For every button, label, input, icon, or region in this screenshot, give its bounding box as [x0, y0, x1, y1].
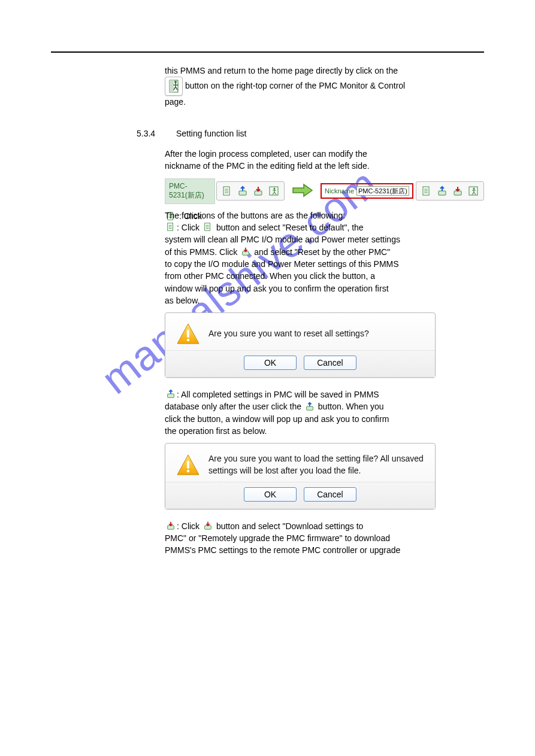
save-line2: database only after the user click the b… [165, 400, 484, 412]
intro-line-1: this PMMS and return to the home page di… [165, 65, 484, 77]
header-rule: ICP DAS PMC User Manual PMC-523x/PMC-224… [51, 35, 484, 53]
dl-line2: PMC" or "Remotely upgrade the PMC firmwa… [165, 532, 484, 544]
dl-text1b: button and select "Download settings to [216, 521, 363, 531]
page-number: 268 [472, 731, 484, 739]
save-line4: the operation first as below. [165, 425, 484, 437]
upload-icon[interactable] [435, 184, 449, 198]
exit-icon[interactable] [267, 184, 281, 198]
dl-line3: PMMS's PMC settings to the remote PMC co… [165, 544, 484, 556]
header-right: PMC-523x/PMC-224x [409, 40, 484, 48]
reset-text1: button and select "Reset to default", th… [214, 223, 364, 232]
warning-icon [176, 454, 200, 476]
reset-line3: of this PMMS. Click and select "Reset by… [165, 246, 484, 258]
svg-rect-35 [307, 406, 313, 410]
p1b: nickname of the PMC in the editing field… [165, 160, 484, 172]
warning-icon [176, 323, 200, 345]
upload-icon [304, 402, 315, 411]
intro-line-2-text: button on the right-top corner of the PM… [185, 81, 405, 90]
doc-icon[interactable] [220, 184, 234, 198]
svg-rect-34 [168, 394, 174, 397]
download-red-icon[interactable] [451, 184, 465, 198]
svg-rect-1 [170, 80, 174, 92]
upload-icon[interactable] [235, 184, 250, 198]
save-line1: : All completed settings in PMC will be … [165, 388, 484, 400]
svg-point-37 [187, 470, 189, 472]
download-red-icon [240, 247, 251, 256]
reset-line2: system will clean all PMC I/O module and… [165, 233, 484, 245]
confirm-load-dialog: Are you sure you want to load the settin… [165, 443, 436, 509]
dialog-buttons: OK Cancel [165, 350, 435, 377]
save-text2a: database only after the user click the [165, 402, 304, 411]
ok-button[interactable]: OK [244, 356, 297, 370]
nickname-input[interactable] [356, 186, 409, 196]
reset-text3a: of this PMMS. Click [165, 247, 240, 257]
arrow-right-icon [292, 183, 313, 199]
save-text1: : All completed settings in PMC will be … [177, 390, 379, 399]
dl-line1: : Click button and select "Download sett… [165, 520, 484, 532]
p1a: After the login process completed, user … [165, 148, 484, 160]
reset-line4: to copy the I/O module and Power Meter s… [165, 258, 484, 270]
device-label-before: PMC-5231(新店) [165, 178, 215, 204]
doc-icon [165, 222, 176, 232]
ok-button[interactable]: OK [244, 487, 297, 502]
svg-rect-7 [239, 191, 246, 195]
dl-text1a: : Click [177, 521, 202, 531]
reset-text3b: and select "Reset by the other PMC" [254, 247, 390, 257]
exit-icon[interactable] [466, 184, 480, 198]
dialog-message: Are you sure you want to reset all setti… [208, 328, 369, 340]
nickname-label: Nickname [325, 187, 354, 195]
save-line3: click the button, a window will pop up a… [165, 413, 484, 425]
section-heading: 5.3.4 Setting function list [137, 127, 484, 139]
device-label-after: Nickname [321, 183, 413, 199]
dialog-message: Are you sure you want to load the settin… [208, 453, 424, 476]
reset-line6: window will pop up and ask you to confir… [165, 283, 484, 294]
reset-line7: as below. [165, 294, 484, 306]
confirm-reset-dialog: Are you sure you want to reset all setti… [165, 312, 436, 378]
upload-icon [165, 389, 176, 399]
toolbar-figure: PMC-5231(新店) Nickname [165, 179, 484, 203]
func-intro: The functions of the buttons are as the … [165, 210, 484, 221]
save-text2b: button. When you [318, 402, 384, 411]
section-number: 5.3.4 [137, 127, 174, 139]
doc-icon [202, 222, 213, 232]
section-title: Setting function list [176, 129, 247, 138]
reset-line5: from other PMC connected. When you click… [165, 270, 484, 282]
svg-rect-36 [187, 461, 189, 469]
exit-button-icon-large [165, 77, 183, 96]
download-red-icon[interactable] [251, 184, 265, 198]
tool-group-right [416, 181, 484, 201]
dialog-buttons: OK Cancel [165, 482, 435, 509]
intro-line-2: button on the right-top corner of the PM… [165, 77, 484, 96]
svg-point-33 [187, 339, 189, 341]
header-left: ICP DAS PMC User Manual [51, 40, 148, 48]
svg-rect-15 [439, 191, 446, 195]
cancel-button[interactable]: Cancel [304, 487, 356, 502]
doc-icon[interactable] [419, 184, 434, 198]
cancel-button[interactable]: Cancel [304, 356, 356, 370]
tool-group-left [216, 181, 285, 201]
svg-rect-32 [187, 330, 189, 338]
intro-line-3: page. [165, 96, 484, 108]
download-red-icon [165, 521, 176, 530]
reset-line1: : Click button and select "Reset to defa… [165, 221, 484, 233]
download-red-icon [202, 521, 213, 530]
reset-click: : Click [177, 223, 202, 232]
